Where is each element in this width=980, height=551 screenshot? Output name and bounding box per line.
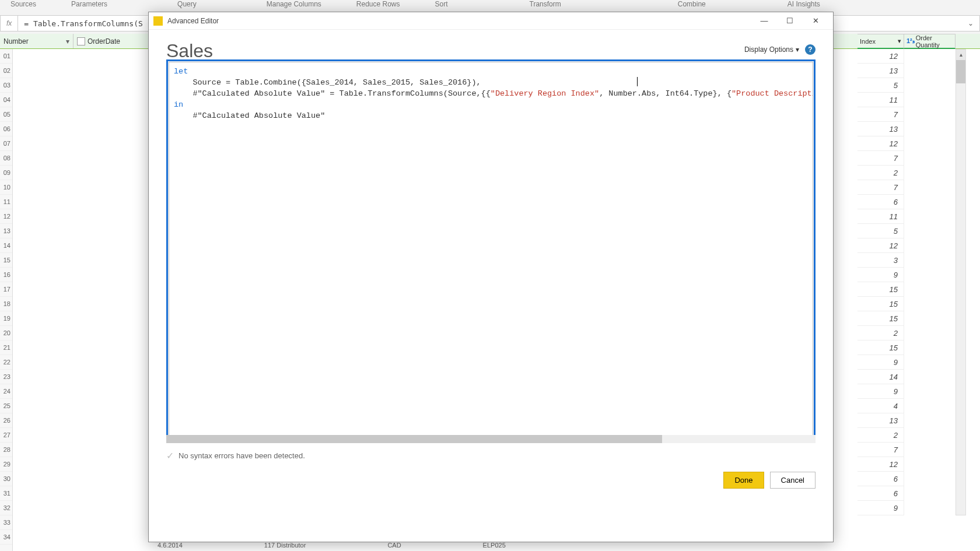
cell[interactable]: 6 xyxy=(858,486,904,501)
cell[interactable]: 2 xyxy=(858,166,904,180)
cell[interactable]: 13 xyxy=(858,413,904,428)
cell[interactable]: 12 xyxy=(858,136,904,151)
close-button[interactable]: ✕ xyxy=(803,13,828,29)
scroll-up-arrow-icon[interactable]: ▴ xyxy=(956,50,965,60)
column-index: Index ▾ 12135117131272761151239151515215… xyxy=(858,34,904,515)
chevron-down-icon[interactable]: ▾ xyxy=(66,37,69,45)
ribbon-group[interactable]: Manage Columns xyxy=(267,0,321,8)
ribbon-group[interactable]: Sources xyxy=(10,0,36,8)
row-number: 30 xyxy=(0,472,12,486)
cell[interactable]: 15 xyxy=(858,282,904,297)
cell[interactable]: 4 xyxy=(858,399,904,413)
row-number: 10 xyxy=(0,180,12,195)
ribbon-group[interactable]: Reduce Rows xyxy=(356,0,400,8)
row-number: 27 xyxy=(0,428,12,443)
cell[interactable]: 7 xyxy=(858,107,904,122)
cell[interactable]: 15 xyxy=(858,297,904,311)
cell[interactable]: 12 xyxy=(858,238,904,253)
vertical-scrollbar[interactable]: ▴ xyxy=(956,49,966,515)
text-caret xyxy=(637,77,638,86)
formula-expand-icon[interactable]: ⌄ xyxy=(962,19,979,27)
row-number: 26 xyxy=(0,413,12,428)
row-number: 04 xyxy=(0,93,12,107)
cell[interactable]: 15 xyxy=(858,311,904,326)
row-number: 29 xyxy=(0,457,12,472)
row-number: 11 xyxy=(0,195,12,209)
column-header-index[interactable]: Index ▾ xyxy=(858,34,904,49)
row-number: 22 xyxy=(0,355,12,370)
done-button[interactable]: Done xyxy=(723,472,764,489)
cell[interactable]: 6 xyxy=(858,195,904,209)
calendar-icon xyxy=(77,37,85,45)
row-number: 07 xyxy=(0,136,12,151)
cell[interactable]: 14 xyxy=(858,370,904,384)
row-number: 31 xyxy=(0,486,12,501)
cell[interactable]: 12 xyxy=(858,49,904,64)
cell[interactable]: 2 xyxy=(858,326,904,341)
row-number: 23 xyxy=(0,370,12,384)
row-number: 06 xyxy=(0,122,12,136)
scroll-thumb[interactable] xyxy=(956,60,965,83)
cell[interactable]: 7 xyxy=(858,151,904,166)
row-number: 12 xyxy=(0,209,12,224)
row-number: 13 xyxy=(0,224,12,238)
row-number: 20 xyxy=(0,326,12,341)
row-number: 14 xyxy=(0,238,12,253)
row-number: 16 xyxy=(0,268,12,282)
dialog-titlebar: Advanced Editor — ☐ ✕ xyxy=(149,12,833,30)
row-number: 15 xyxy=(0,253,12,268)
cell[interactable]: 11 xyxy=(858,93,904,107)
cell[interactable]: 9 xyxy=(858,355,904,370)
ribbon-group[interactable]: Query xyxy=(177,0,197,8)
ribbon-group[interactable]: Sort xyxy=(435,0,448,8)
cell[interactable]: 3 xyxy=(858,253,904,268)
row-number: 28 xyxy=(0,443,12,457)
syntax-status: ✓ No syntax errors have been detected. xyxy=(166,443,816,468)
app-icon xyxy=(153,16,163,26)
display-options-dropdown[interactable]: Display Options ▾ xyxy=(744,45,799,54)
ribbon-groups: Sources Parameters Query Manage Columns … xyxy=(0,0,980,6)
row-number: 34 xyxy=(0,530,12,545)
cell[interactable]: 9 xyxy=(858,501,904,515)
column-header-number[interactable]: Number ▾ xyxy=(0,34,74,48)
ribbon-group[interactable]: AI Insights xyxy=(788,0,820,8)
row-number: 32 xyxy=(0,501,12,515)
ribbon-group[interactable]: Transform xyxy=(530,0,561,8)
column-header-order-quantity[interactable]: 1²₃ Order Quantity xyxy=(904,34,956,49)
index-cells: 1213511713127276115123915151521591494132… xyxy=(858,49,904,515)
cell[interactable]: 9 xyxy=(858,268,904,282)
code-editor[interactable]: let Source = Table.Combine({Sales_2014, … xyxy=(169,62,813,441)
advanced-editor-dialog: Advanced Editor — ☐ ✕ Sales Display Opti… xyxy=(148,12,834,542)
fx-label: fx xyxy=(1,16,18,31)
cell[interactable]: 7 xyxy=(858,443,904,457)
help-icon[interactable]: ? xyxy=(805,44,816,55)
cell[interactable]: 13 xyxy=(858,122,904,136)
ribbon-group[interactable]: Combine xyxy=(678,0,706,8)
cell[interactable]: 6 xyxy=(858,472,904,486)
row-number: 19 xyxy=(0,311,12,326)
maximize-button[interactable]: ☐ xyxy=(777,13,803,29)
row-number: 02 xyxy=(0,64,12,78)
column-header-orderdate[interactable]: OrderDate xyxy=(74,34,149,48)
chevron-down-icon[interactable]: ▾ xyxy=(898,37,901,45)
cell[interactable]: 2 xyxy=(858,428,904,443)
ribbon-group[interactable]: Parameters xyxy=(71,0,107,8)
cancel-button[interactable]: Cancel xyxy=(770,472,816,489)
cell[interactable]: 9 xyxy=(858,384,904,399)
minimize-button[interactable]: — xyxy=(751,13,777,29)
cell[interactable]: 11 xyxy=(858,209,904,224)
cell[interactable]: 13 xyxy=(858,64,904,78)
cell[interactable]: 15 xyxy=(858,341,904,355)
code-editor-frame: let Source = Table.Combine({Sales_2014, … xyxy=(166,59,816,443)
row-number: 25 xyxy=(0,399,12,413)
cell[interactable]: 7 xyxy=(858,180,904,195)
row-number: 03 xyxy=(0,78,12,93)
cell[interactable]: 12 xyxy=(858,457,904,472)
row-number: 05 xyxy=(0,107,12,122)
cell[interactable]: 5 xyxy=(858,224,904,238)
bottom-data-row: 4.6.2014 117 Distributor CAD ELP025 xyxy=(146,542,980,551)
horizontal-scrollbar[interactable] xyxy=(166,435,816,443)
dialog-buttons: Done Cancel xyxy=(166,468,816,489)
cell[interactable]: 5 xyxy=(858,78,904,93)
scroll-thumb[interactable] xyxy=(166,435,662,443)
